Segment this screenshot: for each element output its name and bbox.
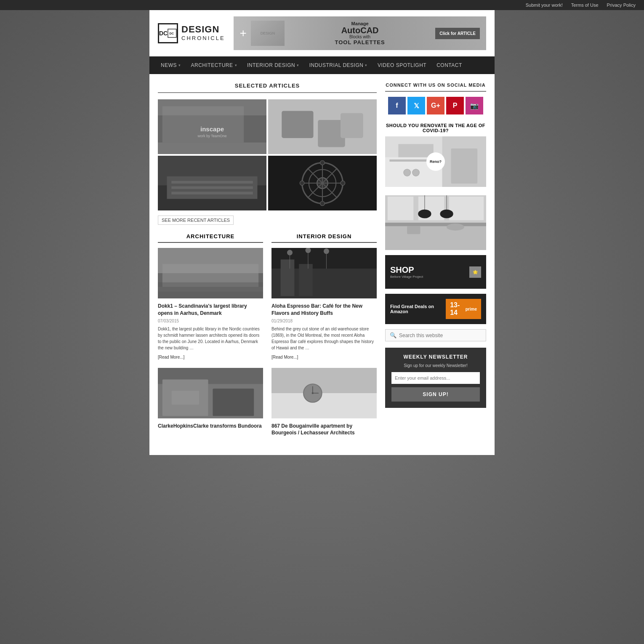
newsletter-email-input[interactable] bbox=[391, 372, 480, 384]
logo-icon: DC bbox=[158, 23, 178, 43]
top-bar: Submit your work! Terms of Use Privacy P… bbox=[0, 0, 644, 10]
twitter-button[interactable]: 𝕏 bbox=[407, 97, 425, 114]
selected-article-img-4[interactable] bbox=[268, 156, 377, 210]
nav-interior-arrow: ▾ bbox=[297, 63, 299, 67]
instagram-button[interactable]: 📷 bbox=[466, 97, 483, 114]
svg-point-74 bbox=[447, 224, 464, 231]
cafe-article-date: 01/29/2018 bbox=[271, 319, 377, 323]
svg-rect-51 bbox=[271, 368, 377, 393]
cafe-article-thumb[interactable] bbox=[271, 248, 377, 298]
svg-rect-16 bbox=[171, 192, 253, 194]
header-banner[interactable]: + DESIGN Manage AutoCAD Blocks with TOOL… bbox=[234, 16, 486, 50]
logo-title: DESIGN bbox=[181, 25, 225, 34]
cafe-article-title[interactable]: Aloha Espresso Bar: Café for the New Fla… bbox=[271, 303, 377, 317]
svg-rect-69 bbox=[449, 196, 484, 220]
prime-logo: prime bbox=[466, 307, 477, 311]
banner-cta-button[interactable]: Click for ARTICLE bbox=[435, 28, 480, 39]
privacy-link[interactable]: Privacy Policy bbox=[607, 3, 636, 8]
newsletter-subtitle: Sign up for our weekly Newsletter! bbox=[391, 363, 480, 368]
svg-point-28 bbox=[300, 181, 304, 186]
svg-text:inscape: inscape bbox=[200, 125, 224, 133]
prime-badge: 🌟 bbox=[473, 270, 478, 274]
site-header: DC DESIGN CHRONICLE + DESIGN Manage Auto… bbox=[149, 10, 495, 56]
bundoora-article-thumb[interactable] bbox=[158, 368, 263, 418]
search-input[interactable] bbox=[399, 333, 482, 338]
amazon-text: Find Great Deals on Amazon bbox=[390, 304, 446, 314]
terms-link[interactable]: Terms of Use bbox=[571, 3, 599, 8]
svg-rect-41 bbox=[281, 259, 295, 296]
library-article-thumb[interactable] bbox=[158, 248, 263, 298]
search-box[interactable]: 🔍 bbox=[385, 329, 486, 341]
shop-subtitle: Bellore Village Project bbox=[390, 275, 423, 279]
facebook-button[interactable]: f bbox=[388, 97, 406, 114]
renovate-image[interactable]: Reno? bbox=[385, 136, 486, 187]
banner-blocks: Blocks with bbox=[335, 35, 385, 39]
selected-articles-grid: inscape work by TeamOne bbox=[158, 99, 377, 210]
sidebar: CONNECT WITH US ON SOCIAL MEDIA f 𝕏 G+ P… bbox=[385, 82, 486, 447]
nav-architecture[interactable]: ARCHITECTURE ▾ bbox=[186, 56, 242, 74]
main-nav: NEWS ▾ ARCHITECTURE ▾ INTERIOR DESIGN ▾ … bbox=[149, 56, 495, 74]
logo-text: DESIGN CHRONICLE bbox=[181, 25, 225, 42]
svg-rect-42 bbox=[299, 264, 313, 296]
library-read-more[interactable]: [Read More...] bbox=[158, 355, 184, 359]
selected-article-img-3[interactable] bbox=[158, 156, 266, 210]
shop-badge: 🌟 bbox=[469, 266, 481, 278]
svg-text:DC: DC bbox=[170, 32, 174, 35]
newsletter-signup-button[interactable]: SIGN UP! bbox=[391, 387, 480, 402]
library-article-excerpt: Dokk1, the largest public library in the… bbox=[158, 326, 263, 351]
banner-middle: Manage AutoCAD Blocks with TOOL PALETTES bbox=[335, 21, 385, 45]
logo-area[interactable]: DC DESIGN CHRONICLE bbox=[158, 23, 225, 43]
social-title: CONNECT WITH US ON SOCIAL MEDIA bbox=[385, 82, 486, 88]
shop-left: SHOP Bellore Village Project bbox=[390, 265, 423, 279]
svg-rect-75 bbox=[407, 226, 420, 234]
logo-svg: DC bbox=[168, 23, 177, 43]
pinterest-button[interactable]: P bbox=[446, 97, 464, 114]
submit-work-link[interactable]: Submit your work! bbox=[526, 3, 563, 8]
googleplus-button[interactable]: G+ bbox=[427, 97, 444, 114]
two-col-articles: ARCHITECTURE Dokk1 – Scandinavia's large bbox=[158, 233, 377, 438]
svg-point-71 bbox=[418, 210, 431, 218]
bundoora-article-title[interactable]: ClarkeHopkinsClarke transforms Bundoora bbox=[158, 423, 263, 430]
social-divider bbox=[385, 91, 486, 92]
selected-articles-divider bbox=[158, 92, 377, 93]
library-article-date: 07/03/2015 bbox=[158, 319, 263, 323]
selected-article-img-2[interactable] bbox=[268, 99, 377, 154]
prime-day-dates: 13-14 bbox=[450, 301, 464, 317]
svg-rect-67 bbox=[387, 196, 414, 220]
cafe-article-excerpt: Behind the grey cut stone of an old ware… bbox=[271, 326, 377, 351]
see-more-link[interactable]: SEE MORE RECENT ARTICLES bbox=[158, 216, 234, 225]
apartment-article-title[interactable]: 867 De Bougainville apartment by Bourgeo… bbox=[271, 423, 377, 437]
nav-news[interactable]: NEWS ▾ bbox=[156, 56, 186, 74]
interior-col-title: INTERIOR DESIGN bbox=[271, 233, 377, 240]
svg-point-25 bbox=[320, 160, 325, 165]
shop-section: SHOP Bellore Village Project 🌟 Find Grea… bbox=[385, 255, 486, 324]
nav-video-spotlight[interactable]: VIDEO SPOTLIGHT bbox=[373, 56, 431, 74]
kitchen-sidebar-image[interactable] bbox=[385, 195, 486, 250]
social-icons: f 𝕏 G+ P 📷 bbox=[385, 97, 486, 114]
renovate-section: SHOULD YOU RENOVATE IN THE AGE OF COVID-… bbox=[385, 123, 486, 187]
nav-news-arrow: ▾ bbox=[178, 63, 181, 67]
selected-articles-title: SELECTED ARTICLES bbox=[158, 82, 377, 89]
nav-industrial-design[interactable]: INDUSTRIAL DESIGN ▾ bbox=[304, 56, 373, 74]
nav-industrial-arrow: ▾ bbox=[365, 63, 367, 67]
svg-point-26 bbox=[341, 181, 345, 186]
svg-rect-38 bbox=[172, 391, 199, 404]
svg-rect-14 bbox=[171, 181, 253, 184]
banner-image: DESIGN bbox=[251, 21, 285, 46]
amazon-box[interactable]: Find Great Deals on Amazon 13-14 prime bbox=[385, 294, 486, 324]
svg-point-61 bbox=[404, 169, 411, 176]
library-article-title[interactable]: Dokk1 – Scandinavia's largest library op… bbox=[158, 303, 263, 317]
nav-interior-design[interactable]: INTERIOR DESIGN ▾ bbox=[242, 56, 304, 74]
main-content: SELECTED ARTICLES inscape work by TeamOn… bbox=[158, 82, 385, 447]
cafe-read-more[interactable]: [Read More...] bbox=[271, 355, 298, 359]
renovate-question: SHOULD YOU RENOVATE IN THE AGE OF COVID-… bbox=[385, 123, 486, 133]
svg-rect-63 bbox=[451, 149, 478, 184]
apartment-article-thumb[interactable] bbox=[271, 368, 377, 418]
newsletter-box: WEEKLY NEWSLETTER Sign up for our weekly… bbox=[385, 348, 486, 408]
selected-article-img-1[interactable]: inscape work by TeamOne bbox=[158, 99, 266, 154]
svg-rect-66 bbox=[385, 223, 486, 226]
svg-point-62 bbox=[412, 169, 420, 176]
nav-contact[interactable]: CONTACT bbox=[431, 56, 467, 74]
banner-left: + DESIGN bbox=[240, 21, 285, 46]
shop-banner[interactable]: SHOP Bellore Village Project 🌟 bbox=[385, 255, 486, 289]
